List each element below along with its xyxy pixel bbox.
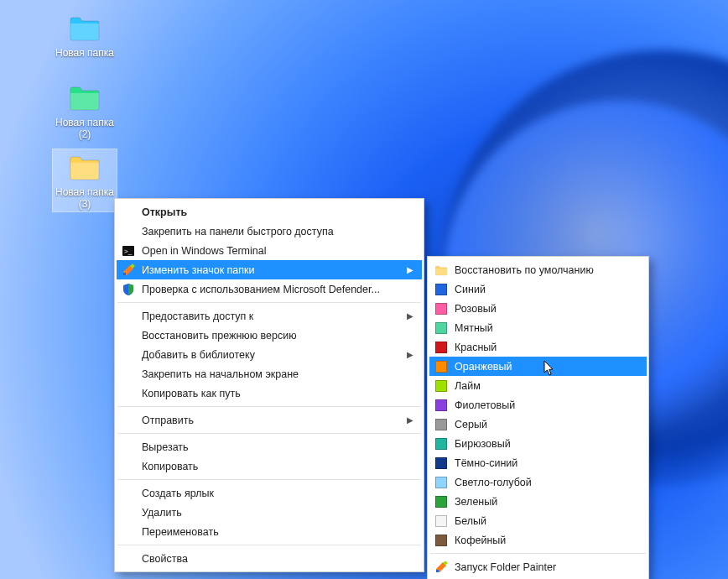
menu-item[interactable]: Лайм [429,376,647,395]
menu-item[interactable]: Запуск Folder Painter [429,557,647,576]
menu-item[interactable]: Закрепить на начальном экране [117,364,422,383]
menu-item-label: Изменить значок папки [142,264,255,276]
menu-item[interactable]: Розовый [429,299,647,318]
menu-item[interactable]: Зеленый [429,492,647,511]
desktop-folder-3[interactable]: Новая папка (3) [53,149,117,211]
color-swatch-icon [434,399,448,412]
menu-separator [117,433,421,434]
menu-separator [430,553,646,554]
desktop-folder-1[interactable]: Новая папка [53,10,117,60]
menu-item-label: Добавить в библиотеку [142,349,255,361]
menu-item-label: Закрепить на начальном экране [142,368,299,380]
menu-item-label: Синий [455,284,486,295]
menu-item[interactable]: Переименовать [117,522,422,541]
color-swatch-icon [434,514,448,528]
menu-separator [117,479,421,480]
menu-item-label: Розовый [455,303,497,315]
color-swatch-icon [434,283,448,296]
menu-item[interactable]: >_Open in Windows Terminal [117,241,422,260]
menu-item[interactable]: Открыть [117,202,422,222]
menu-item-label: Фиолетовый [455,399,515,411]
color-swatch-icon [434,456,448,470]
menu-item-label: Создать ярлык [142,488,214,499]
menu-item[interactable]: Фиолетовый [429,395,647,415]
menu-item[interactable]: Мятный [429,318,647,337]
menu-item[interactable]: Копировать как путь [117,383,422,403]
chevron-right-icon: ▶ [407,350,413,359]
menu-item-label: Запуск Folder Painter [455,561,556,573]
menu-item[interactable]: Оранжевый [429,357,647,376]
menu-item[interactable]: Отправить▶ [117,410,422,430]
chevron-right-icon: ▶ [407,415,413,425]
menu-item-label: Зеленый [455,496,497,508]
menu-item[interactable]: Изменить значок папки▶ [117,260,422,279]
menu-item-label: Оранжевый [455,361,512,373]
menu-item-label: Серый [455,419,487,430]
shield-icon [122,283,135,296]
menu-item[interactable]: Красный [429,337,647,357]
menu-item-label: Open in Windows Terminal [142,245,266,257]
color-swatch-icon [434,534,448,547]
menu-item-label: Вырезать [142,441,189,453]
color-swatch-icon [434,379,448,393]
menu-item-label: Открыть [142,206,187,218]
color-swatch-icon [434,321,448,335]
menu-item-label: Восстановить прежнюю версию [142,330,297,342]
menu-item-label: Бирюзовый [455,438,511,450]
color-swatch-icon [434,476,448,489]
context-menu: ОткрытьЗакрепить на панели быстрого дост… [114,198,424,572]
menu-item-label: Тёмно-синий [455,457,517,469]
menu-item[interactable]: Копировать [117,456,422,476]
color-swatch-icon [434,437,448,451]
menu-item-label: Светло-голубой [455,477,532,488]
menu-item-label: Копировать как путь [142,388,241,399]
menu-separator [117,406,421,407]
menu-item[interactable]: Восстановить прежнюю версию [117,326,422,345]
menu-item-label: Удалить [142,507,182,519]
color-swatch-icon [434,302,448,316]
color-swatch-icon [434,495,448,509]
painter-icon [122,263,135,277]
menu-item[interactable]: Синий [429,279,647,299]
chevron-right-icon: ▶ [407,265,413,274]
menu-item-label: Восстановить по умолчанию [455,264,594,276]
menu-item[interactable]: Закрепить на панели быстрого доступа [117,222,422,241]
menu-item-label: Кофейный [455,535,506,546]
menu-item-label: Красный [455,342,497,353]
menu-separator [117,302,421,303]
menu-item-label: Проверка с использованием Microsoft Defe… [142,284,380,295]
desktop-icon-label: Новая папка (2) [55,117,115,140]
menu-item[interactable]: Светло-голубой [429,472,647,492]
desktop-folder-2[interactable]: Новая папка (2) [53,80,117,142]
chevron-right-icon: ▶ [407,311,413,321]
menu-item-label: Отправить [142,415,194,426]
color-swatch-icon [434,360,448,373]
menu-item-label: Закрепить на панели быстрого доступа [142,226,334,237]
desktop-icon-label: Новая папка [55,47,114,59]
menu-item[interactable]: Создать ярлык [117,483,422,503]
menu-item[interactable]: Добавить в библиотеку▶ [117,345,422,364]
menu-item[interactable]: Вырезать [117,437,422,456]
menu-item[interactable]: Белый [429,511,647,530]
menu-item-label: Предоставить доступ к [142,310,253,322]
menu-item[interactable]: Проверка с использованием Microsoft Defe… [117,279,422,299]
menu-item[interactable]: Предоставить доступ к▶ [117,306,422,326]
terminal-icon: >_ [122,244,135,258]
menu-item-label: Мятный [455,322,493,334]
menu-item[interactable]: Удалить [117,503,422,522]
menu-item-label: Свойства [142,553,188,565]
menu-item[interactable]: Восстановить по умолчанию [429,260,647,279]
menu-item-label: Белый [455,515,486,527]
desktop-icon-label: Новая папка (3) [55,186,115,210]
painter-icon [434,561,448,574]
menu-item[interactable]: Бирюзовый [429,434,647,453]
menu-item-label: Лайм [455,380,481,392]
menu-item[interactable]: Кофейный [429,530,647,550]
menu-item[interactable]: Серый [429,415,647,434]
color-swatch-icon [434,418,448,431]
folder-icon [68,13,101,45]
menu-separator [117,545,421,545]
menu-item[interactable]: Тёмно-синий [429,453,647,472]
menu-item[interactable]: Свойства [117,549,422,568]
submenu-change-folder-icon: Восстановить по умолчаниюСинийРозовыйМят… [427,256,649,579]
